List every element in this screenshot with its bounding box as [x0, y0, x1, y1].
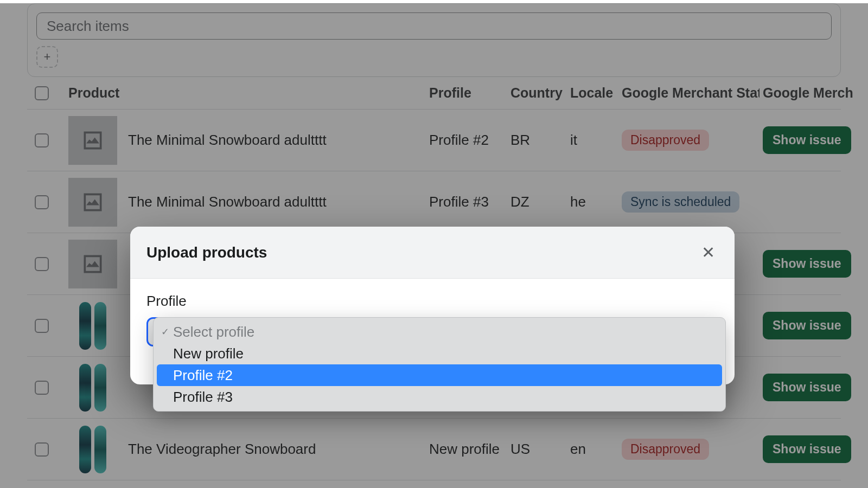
- option-placeholder[interactable]: ✓ Select profile: [157, 321, 722, 343]
- modal-title: Upload products: [146, 244, 267, 261]
- option-new-profile[interactable]: New profile: [157, 343, 722, 364]
- close-icon: ✕: [701, 243, 715, 261]
- option-profile-3[interactable]: Profile #3: [157, 386, 722, 408]
- upload-products-modal: Upload products ✕ Profile ✓ Select profi…: [130, 227, 735, 384]
- profile-dropdown: ✓ Select profile New profile Profile #2 …: [153, 317, 726, 412]
- modal-header: Upload products ✕: [130, 227, 735, 279]
- check-icon: ✓: [161, 326, 169, 338]
- option-profile-2[interactable]: Profile #2: [157, 364, 722, 386]
- option-label: Select profile: [173, 324, 254, 341]
- option-label: New profile: [173, 345, 244, 362]
- profile-field-label: Profile: [146, 293, 718, 310]
- option-label: Profile #2: [173, 367, 233, 384]
- close-button[interactable]: ✕: [698, 240, 718, 265]
- option-label: Profile #3: [173, 389, 233, 406]
